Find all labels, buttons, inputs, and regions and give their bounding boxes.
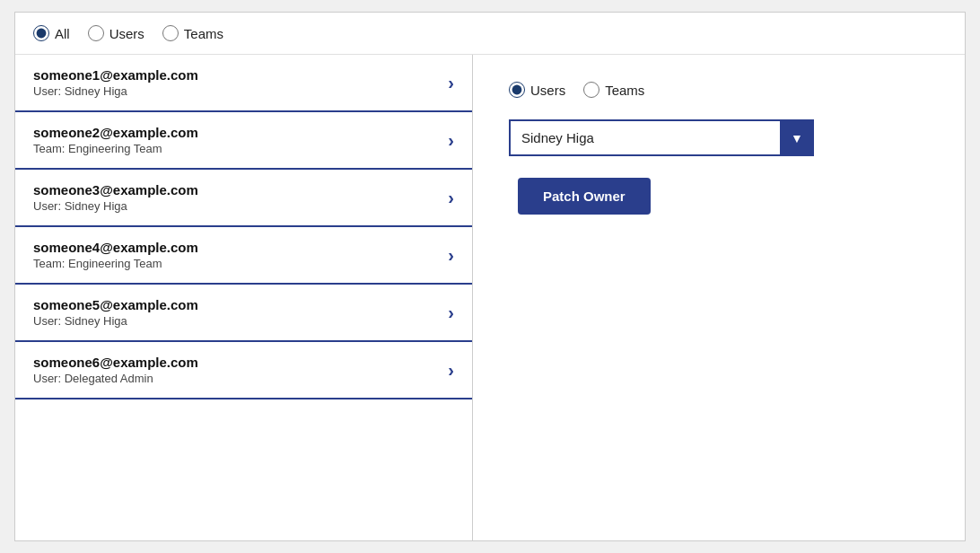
list-item[interactable]: someone1@example.com User: Sidney Higa › bbox=[15, 55, 472, 112]
list-item-subtitle: User: Sidney Higa bbox=[33, 84, 198, 98]
filter-teams[interactable]: Teams bbox=[162, 25, 223, 41]
filter-users-label: Users bbox=[109, 26, 144, 41]
chevron-right-icon: › bbox=[448, 303, 454, 323]
list-item-email: someone3@example.com bbox=[33, 182, 198, 198]
patch-owner-button[interactable]: Patch Owner bbox=[518, 178, 651, 215]
list-item-email: someone5@example.com bbox=[33, 297, 198, 312]
right-panel: Users Teams Sidney HigaJohn DoeJane Smit… bbox=[473, 55, 965, 540]
list-item-text: someone2@example.com Team: Engineering T… bbox=[33, 125, 198, 155]
filter-all[interactable]: All bbox=[33, 25, 70, 41]
list-item-subtitle: Team: Engineering Team bbox=[33, 257, 198, 270]
rp-filter-teams[interactable]: Teams bbox=[583, 82, 644, 98]
list-item-email: someone6@example.com bbox=[33, 355, 198, 370]
filter-users[interactable]: Users bbox=[88, 25, 144, 41]
filter-users-radio[interactable] bbox=[88, 25, 104, 41]
rp-filter-teams-label: Teams bbox=[605, 83, 644, 98]
list-item-email: someone2@example.com bbox=[33, 125, 198, 140]
list-item-subtitle: Team: Engineering Team bbox=[33, 142, 198, 155]
list-item[interactable]: someone2@example.com Team: Engineering T… bbox=[15, 112, 472, 170]
list-item-subtitle: User: Sidney Higa bbox=[33, 199, 198, 213]
top-filter-bar: All Users Teams bbox=[15, 13, 965, 55]
list-item-text: someone1@example.com User: Sidney Higa bbox=[33, 67, 198, 98]
content-area: someone1@example.com User: Sidney Higa ›… bbox=[15, 55, 965, 540]
list-item[interactable]: someone5@example.com User: Sidney Higa › bbox=[15, 285, 472, 342]
list-item-subtitle: User: Sidney Higa bbox=[33, 314, 198, 328]
list-item-text: someone6@example.com User: Delegated Adm… bbox=[33, 355, 198, 385]
list-item-subtitle: User: Delegated Admin bbox=[33, 372, 198, 385]
list-item[interactable]: someone6@example.com User: Delegated Adm… bbox=[15, 342, 472, 399]
filter-teams-label: Teams bbox=[184, 26, 223, 41]
list-item-text: someone5@example.com User: Sidney Higa bbox=[33, 297, 198, 328]
filter-teams-radio[interactable] bbox=[162, 25, 179, 41]
list-item[interactable]: someone4@example.com Team: Engineering T… bbox=[15, 227, 472, 285]
filter-all-label: All bbox=[55, 26, 70, 41]
chevron-right-icon: › bbox=[448, 245, 454, 266]
filter-all-radio[interactable] bbox=[33, 25, 49, 41]
chevron-right-icon: › bbox=[448, 73, 454, 93]
list-item-text: someone4@example.com Team: Engineering T… bbox=[33, 240, 198, 270]
list-item-text: someone3@example.com User: Sidney Higa bbox=[33, 182, 198, 213]
list-item-email: someone4@example.com bbox=[33, 240, 198, 255]
chevron-right-icon: › bbox=[448, 188, 454, 208]
owner-dropdown[interactable]: Sidney HigaJohn DoeJane Smith bbox=[509, 119, 814, 156]
owner-dropdown-wrapper: Sidney HigaJohn DoeJane Smith ▼ bbox=[509, 119, 814, 156]
left-panel: someone1@example.com User: Sidney Higa ›… bbox=[15, 55, 473, 540]
rp-filter-users-label: Users bbox=[530, 83, 565, 98]
main-container: All Users Teams someone1@example.com Use… bbox=[14, 12, 966, 541]
chevron-right-icon: › bbox=[448, 360, 454, 381]
list-item-email: someone1@example.com bbox=[33, 67, 198, 83]
chevron-right-icon: › bbox=[448, 130, 454, 151]
rp-filter-users[interactable]: Users bbox=[509, 82, 565, 98]
rp-filter-teams-radio[interactable] bbox=[583, 82, 599, 98]
list-item[interactable]: someone3@example.com User: Sidney Higa › bbox=[15, 170, 472, 227]
rp-filter-users-radio[interactable] bbox=[509, 82, 525, 98]
right-filter-bar: Users Teams bbox=[509, 82, 929, 98]
